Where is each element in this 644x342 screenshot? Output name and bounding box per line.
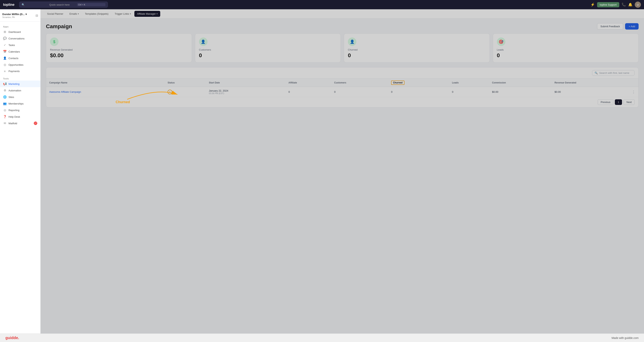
cell-customers: 0 [331,87,388,97]
page-title: Campaign [46,23,72,30]
start-date: January 22, 2024 [209,89,282,92]
col-affiliate: Affiliate [285,79,331,87]
topbar-right: ⚡ topline Support 📞 🔔 U [590,2,641,8]
footer: guidde. Made with guidde.com [0,333,644,342]
stats-grid: $ Revenue Generated $0.00 👤 Customers 0 … [46,34,638,63]
sidebar-item-label: Automation [8,89,21,92]
memberships-icon: 👥 [3,102,6,105]
subnav-trigger-links[interactable]: Trigger Links ▾ [112,11,134,17]
sidebar-item-dashboard[interactable]: ⊞ Dashboard [0,29,40,35]
sidebar-item-label: Payments [8,70,20,73]
stat-value-churned: 0 [348,52,486,59]
customers-icon: 👤 [199,38,208,46]
search-shortcut: Ctrl + K [77,3,106,6]
sidebar-item-label: Conversations [8,37,24,40]
sidebar-item-tasks[interactable]: ✓ Tasks [0,42,40,48]
section-label-apps: Apps [0,25,40,29]
sidebar-item-marketing[interactable]: 📢 Marketing [0,81,40,87]
search-hint: Search with first, last name [599,72,629,74]
col-start-date: Start Date [206,79,285,87]
table-search[interactable]: 🔍 Search with first, last name [592,70,634,76]
sidebar-item-sites[interactable]: 🌐 Sites [0,94,40,100]
chevron-down-icon: ▾ [130,13,131,15]
sidebar-item-automation[interactable]: ⚙ Automation [0,87,40,94]
lightning-icon[interactable]: ⚡ [590,3,595,7]
subnav-templates[interactable]: Templates (Snippets) [82,11,111,17]
col-campaign-name: Campaign Name [46,79,164,87]
payments-icon: ≡ [3,70,6,73]
sidebar-item-label: Dashboard [8,31,21,34]
sidebar-item-label: Reporting [8,109,19,112]
user-avatar[interactable]: U [635,2,641,8]
sidebar-item-opportunities[interactable]: ◎ Opportunities [0,62,40,68]
subnav-social-planner[interactable]: Social Planner [44,11,66,17]
start-time: 03:36 PM (EST) [209,92,282,95]
submit-feedback-button[interactable]: Submit Feedback [597,23,623,30]
search-icon: 🔍 [594,72,598,74]
churned-header-highlight: Churned [391,81,404,85]
current-page-button[interactable]: 1 [615,99,622,105]
col-revenue-generated: Revenue Generated [551,79,638,87]
subnav-affiliate-manager[interactable]: Affiliate Manager ▾ [134,11,160,17]
add-button[interactable]: + Add [625,23,638,30]
conversations-icon: 💬 [3,37,6,40]
sidebar-item-calendars[interactable]: 📅 Calendars [0,48,40,55]
revenue-value: $0.00 [554,90,561,93]
sidebar-item-label: Tasks [8,44,15,47]
main-content: Social Planner Emails ▾ Templates (Snipp… [40,9,644,333]
search-bar[interactable]: 🔍 Quick search here Ctrl + K [19,2,108,8]
calendars-icon: 📅 [3,50,6,53]
sidebar: Dunder Mifflin (D... ▾ Scranton, PA ⊟ Ap… [0,9,40,333]
subnav: Social Planner Emails ▾ Templates (Snipp… [40,9,644,19]
cell-churned: 0 [388,87,449,97]
topbar: topline 🔍 Quick search here Ctrl + K ⚡ t… [0,0,644,9]
next-page-button[interactable]: Next [624,99,634,105]
sidebar-item-payments[interactable]: ≡ Payments [0,68,40,74]
sidebar-item-label: Marketing [8,83,20,85]
dashboard-icon: ⊞ [3,30,6,34]
phone-icon[interactable]: 📞 [622,3,626,7]
guidde-logo: guidde. [6,336,19,340]
sidebar-item-memberships[interactable]: 👥 Memberships [0,100,40,107]
subnav-emails[interactable]: Emails ▾ [67,11,82,17]
previous-page-button[interactable]: Previous [598,99,613,105]
sidebar-item-reporting[interactable]: ◎ Reporting [0,107,40,113]
support-button[interactable]: topline Support [597,2,619,7]
pause-status-icon: ⏸ [168,90,172,94]
cell-commission: $0.00 [489,87,552,97]
row-actions-icon[interactable]: ⋮ [632,90,635,94]
sidebar-item-label: Contacts [8,57,18,60]
stat-value-customers: 0 [199,52,337,59]
bell-icon[interactable]: 🔔 [628,3,632,7]
sidebar-item-conversations[interactable]: 💬 Conversations [0,35,40,42]
opportunities-icon: ◎ [3,63,6,67]
sidebar-item-contacts[interactable]: 👤 Contacts [0,55,40,62]
col-leads: Leads [449,79,489,87]
campaign-link[interactable]: Awesome Affiliate Campaign [49,90,81,93]
section-label-tools: Tools [0,77,40,81]
company-selector[interactable]: Dunder Mifflin (D... ▾ Scranton, PA ⊟ [0,12,40,22]
cell-affiliate: 0 [285,87,331,97]
stat-label-leads: Leads [497,48,635,51]
sidebar-item-mailfold[interactable]: ✉ Mailfold 17 [0,120,40,127]
col-churned: Churned [388,79,449,87]
sidebar-item-label: Memberships [8,102,24,105]
sidebar-toggle-icon[interactable]: ⊟ [36,14,38,18]
stat-card-churned: 👤 Churned 0 [344,34,490,63]
sidebar-item-label: Opportunities [8,63,23,66]
stat-card-leads: 🎯 Leads 0 [493,34,639,63]
campaigns-table: Campaign Name Status Start Date Affiliat… [46,79,638,97]
company-name: Dunder Mifflin (D... ▾ [2,13,27,16]
stat-card-customers: 👤 Customers 0 [195,34,341,63]
main-layout: Dunder Mifflin (D... ▾ Scranton, PA ⊟ Ap… [0,9,644,333]
sidebar-item-helpdesk[interactable]: ❓ Help Desk [0,113,40,120]
campaigns-table-section: 🔍 Search with first, last name Campaign … [46,67,638,107]
cell-start-date: January 22, 2024 03:36 PM (EST) [206,87,285,97]
table-body: Awesome Affiliate Campaign ⏸ January 22,… [46,87,638,97]
footer-tagline: Made with guidde.com [612,336,638,339]
tasks-icon: ✓ [3,43,6,47]
leads-icon: 🎯 [497,38,506,46]
table-pagination: Previous 1 Next [46,97,638,107]
stat-value-leads: 0 [497,52,635,59]
page-actions: Submit Feedback + Add [597,23,638,30]
